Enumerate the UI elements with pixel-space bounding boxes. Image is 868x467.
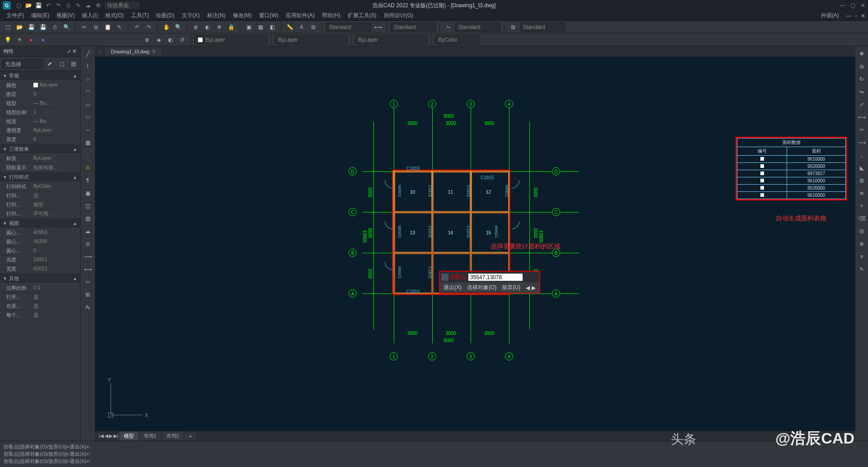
stretch-icon[interactable]: ⟷	[855, 111, 868, 123]
layer-prev-icon[interactable]: ↺	[177, 35, 187, 45]
command-line[interactable]: 拾取点[选择对象(O)/放弃(U)]<退出(X)>: 拾取点[选择对象(O)/放…	[0, 441, 868, 467]
point-icon[interactable]: ·	[81, 149, 94, 161]
print-icon[interactable]: ⎙	[64, 1, 72, 10]
menu-item[interactable]: 帮助(H)	[318, 11, 344, 20]
menu-item[interactable]: 插入(I)	[78, 11, 101, 20]
tooltip-input[interactable]: 35547,13078	[468, 273, 523, 281]
doc-restore-icon[interactable]: ▫	[855, 13, 857, 19]
prop-row[interactable]: 打印...模型	[0, 200, 80, 210]
layout-tab-2[interactable]: 布局2	[162, 432, 184, 440]
text-style-dropdown[interactable]: Standard	[391, 23, 436, 32]
textstyle-icon[interactable]: Aᵢ	[81, 301, 94, 313]
line-icon[interactable]: ╱	[81, 48, 94, 60]
drawing-canvas[interactable]: 1 2 3 4 1 2 3 4 D C B A D C B A 9000	[95, 57, 855, 431]
close-button[interactable]: ✕	[861, 2, 865, 9]
table2-icon[interactable]: ⊞	[81, 289, 94, 300]
ellipse-icon[interactable]: ⬭	[81, 111, 94, 123]
prop-row[interactable]: 每个...是	[0, 311, 80, 320]
table-icon[interactable]: ⊞	[308, 22, 318, 32]
break-icon[interactable]: ⊟	[855, 225, 868, 237]
layer-lock-icon[interactable]: 🔒	[226, 22, 236, 32]
prop-row[interactable]: 圆心...42953	[0, 229, 80, 238]
tooltip-opt[interactable]: 选择对象(O)	[467, 284, 496, 291]
saveas-icon[interactable]: 💾	[38, 22, 48, 32]
join-icon[interactable]: ⊕	[855, 238, 868, 250]
next-icon[interactable]: ▶	[532, 284, 536, 291]
copy-icon[interactable]: ⧉	[91, 22, 101, 32]
nav-last-icon[interactable]: ▶|	[113, 433, 118, 439]
offset-icon[interactable]: ≋	[855, 187, 868, 199]
menu-appearance[interactable]: 外观(A)	[817, 11, 843, 20]
trim-icon[interactable]: ✂	[855, 124, 868, 136]
tab-home-icon[interactable]: ⌂	[99, 48, 102, 55]
redo-btn-icon[interactable]: ↷	[144, 22, 154, 32]
menu-item[interactable]: 标注(N)	[203, 11, 229, 20]
wipeout-icon[interactable]: ▨	[81, 213, 94, 224]
sun-icon[interactable]: ☀	[14, 35, 24, 45]
ray-icon[interactable]: ⟶	[81, 251, 94, 262]
prop-row[interactable]: 打开...是	[0, 293, 80, 302]
prop-row[interactable]: 线宽— By...	[0, 117, 80, 126]
match-icon[interactable]: ✎	[114, 22, 124, 32]
align-icon[interactable]: ≡	[855, 251, 868, 262]
menu-item[interactable]: 修改(M)	[229, 11, 255, 20]
filter-icon[interactable]: ▤	[68, 59, 78, 69]
menu-item[interactable]: 绘图(D)	[152, 11, 178, 20]
brush-icon[interactable]: ✎	[74, 1, 82, 10]
new-icon[interactable]: ▢	[14, 1, 23, 10]
undo-icon[interactable]: ↶	[44, 1, 52, 10]
block-icon[interactable]: ▣	[244, 22, 254, 32]
paste-icon[interactable]: 📋	[103, 22, 113, 32]
redo-icon[interactable]: ↷	[54, 1, 62, 10]
layout-tab-1[interactable]: 布局1	[139, 432, 161, 440]
color1-icon[interactable]: ●	[26, 35, 36, 45]
donut-icon[interactable]: ◎	[81, 238, 94, 250]
prop-row[interactable]: 线型— By...	[0, 99, 80, 108]
prop-section-header[interactable]: ▾其他▴	[0, 274, 80, 284]
menu-item[interactable]: 编辑(E)	[28, 11, 53, 20]
plotstyle-dropdown[interactable]: ByColor	[435, 35, 480, 44]
prop-row[interactable]: 阴影显示投射和接...	[0, 163, 80, 172]
xline-icon[interactable]: ⟷	[81, 263, 94, 275]
prop-section-header[interactable]: ▾打印样式▴	[0, 172, 80, 182]
layer-off-icon[interactable]: ◐	[203, 22, 212, 32]
zoom-icon[interactable]: 🔍	[173, 22, 183, 32]
explode-icon[interactable]: ✧	[855, 200, 868, 212]
prop-row[interactable]: 高度23911	[0, 256, 80, 265]
tooltip-opt[interactable]: 退出(X)	[443, 284, 462, 291]
menu-item[interactable]: 应用软件(A)	[282, 11, 318, 20]
erase-icon[interactable]: ⌫	[855, 213, 868, 224]
arc-icon[interactable]: ◠	[81, 86, 94, 98]
chamfer-icon[interactable]: ◣	[855, 162, 868, 174]
menu-item[interactable]: 文字(X)	[178, 11, 203, 20]
new-doc-icon[interactable]: ▢	[3, 22, 13, 32]
layout-tab-model[interactable]: 模型	[119, 432, 138, 440]
cut-icon[interactable]: ✂	[79, 22, 89, 32]
menu-item[interactable]: 文件(F)	[3, 11, 28, 20]
table-style-dropdown[interactable]: Standard	[520, 23, 565, 32]
pan-icon[interactable]: ✋	[161, 22, 171, 32]
mleader-style-dropdown[interactable]: Standard	[455, 23, 500, 32]
edit-icon[interactable]: ✎	[855, 263, 868, 275]
table-style-icon[interactable]: ⊞	[508, 22, 518, 32]
rotate-icon[interactable]: ↻	[855, 73, 868, 85]
menu-item[interactable]: 窗口(W)	[255, 11, 282, 20]
prop-row[interactable]: 圆心...15205	[0, 238, 80, 247]
minimize-button[interactable]: —	[840, 2, 845, 9]
prop-row[interactable]: 打印...不可用	[0, 210, 80, 219]
save-icon[interactable]: 💾	[34, 1, 42, 10]
open-doc-icon[interactable]: 📂	[14, 22, 24, 32]
prop-row[interactable]: 厚度0	[0, 135, 80, 144]
nav-next-icon[interactable]: ▶	[109, 433, 113, 439]
prop-row[interactable]: 材质ByLayer	[0, 154, 80, 163]
file-tab-active[interactable]: Drawing1_t3.dwg✕	[105, 48, 161, 56]
doc-minimize-icon[interactable]: —	[846, 13, 852, 19]
quick-select-icon[interactable]: ⬈	[45, 59, 55, 69]
xref-icon[interactable]: ◧	[267, 22, 277, 32]
prop-row[interactable]: 打印样式ByColor	[0, 182, 80, 191]
prop-row[interactable]: 宽度52012	[0, 265, 80, 274]
dim-icon[interactable]: ⟷	[373, 22, 383, 32]
text2-icon[interactable]: A	[81, 162, 94, 174]
circle-icon[interactable]: ○	[81, 73, 94, 85]
insert-icon[interactable]: ▦	[255, 22, 265, 32]
